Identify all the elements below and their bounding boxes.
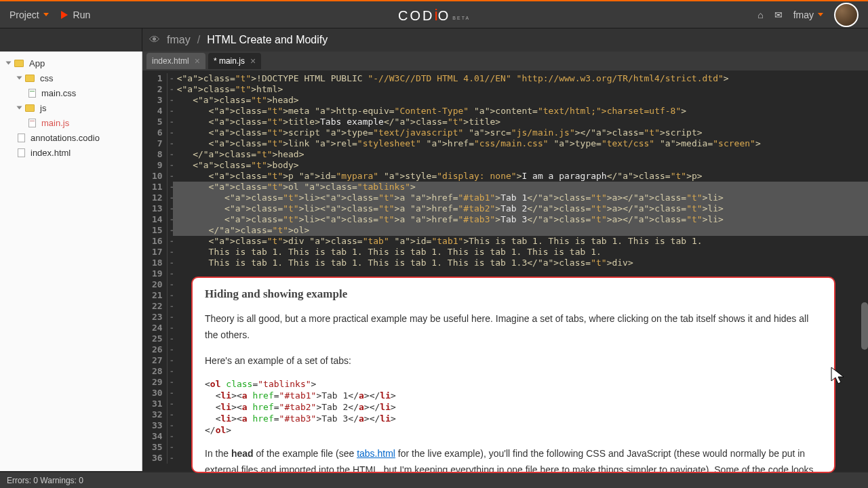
tree-folder-css[interactable]: css [0,70,142,85]
file-tree: App css main.css js main.js annotations.… [0,52,142,471]
breadcrumb-user[interactable]: fmay [167,34,191,46]
toolbar: 👁 fmay / HTML Create and Modify [0,28,868,52]
tooltip-p1: Theory is all good, but a more practical… [205,310,822,343]
statusbar: Errors: 0 Warnings: 0 [0,472,868,488]
scrollbar-thumb[interactable] [861,302,868,350]
annotation-tooltip: Hiding and showing example Theory is all… [191,277,835,473]
tooltip-code: <ol class="tablinks"> <li><a href="#tab1… [205,378,822,436]
tooltip-title: Hiding and showing example [205,287,822,301]
close-icon[interactable]: × [195,56,200,66]
project-dropdown[interactable]: Project [9,9,49,20]
user-label: fmay [793,9,814,20]
close-icon[interactable]: × [250,56,256,66]
project-label: Project [9,9,39,20]
tree-file-maincss[interactable]: main.css [0,85,142,100]
tree-file-annotations[interactable]: annotations.codio [0,130,142,145]
tree-file-indexhtml[interactable]: index.html [0,145,142,160]
breadcrumb: 👁 fmay / HTML Create and Modify [142,34,328,46]
tabs: index.html× * main.js× [142,52,868,70]
topbar: Project Run CODiOBETA ⌂ ✉ fmay [0,1,868,28]
tabs-link[interactable]: tabs.html [357,448,395,459]
eye-icon[interactable]: 👁 [149,34,160,46]
tab-mainjs[interactable]: * main.js× [208,53,261,69]
user-dropdown[interactable]: fmay [793,9,823,20]
scrollbar[interactable] [860,52,868,471]
gutter: 1234567891011121314151617181920212223242… [142,70,173,471]
avatar[interactable] [834,3,859,27]
run-button[interactable]: Run [61,9,91,20]
page-title: HTML Create and Modify [207,34,328,46]
tree-folder-js[interactable]: js [0,100,142,115]
caret-down-icon [818,13,823,16]
tree-file-mainjs[interactable]: main.js [0,115,142,130]
run-label: Run [73,9,91,20]
tooltip-p2: Here's an example of a set of tabs: [205,352,822,369]
tab-indexhtml[interactable]: index.html× [146,53,205,69]
logo: CODiOBETA [398,5,470,24]
cursor-icon [830,366,846,389]
tooltip-p3: In the head of the example file (see tab… [205,445,822,473]
play-icon [61,11,68,19]
tree-folder-app[interactable]: App [0,56,142,70]
caret-down-icon [43,13,49,16]
status-text: Errors: 0 Warnings: 0 [7,476,83,485]
home-icon[interactable]: ⌂ [757,9,763,20]
mail-icon[interactable]: ✉ [774,9,783,20]
